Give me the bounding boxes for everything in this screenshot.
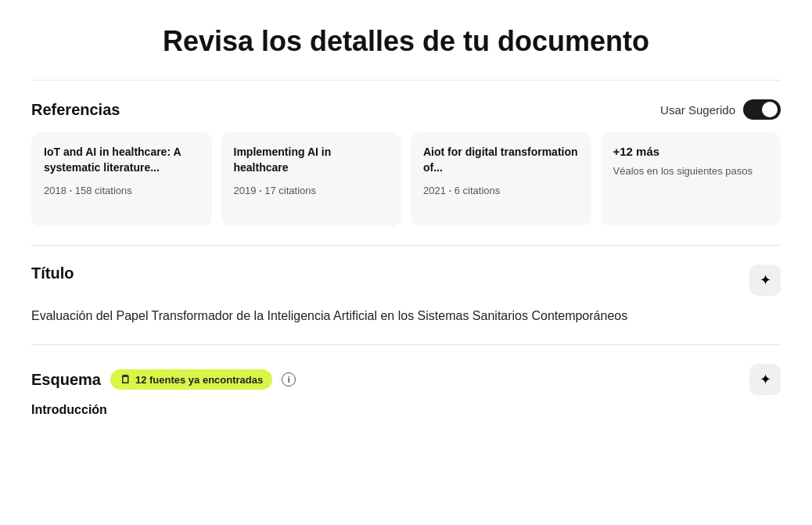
fuentes-info-icon[interactable]: i — [282, 372, 296, 387]
esquema-header: Esquema 🗒 12 fuentes ya encontradas i ✦ — [31, 364, 781, 395]
reference-title-2: Implementing AI in healthcare — [234, 145, 390, 175]
dot-1: • — [70, 187, 72, 194]
reference-year-2: 2019 — [234, 185, 257, 196]
reference-card-1[interactable]: IoT and AI in healthcare: A systematic l… — [31, 132, 212, 226]
title-section-header: Título ✦ — [31, 264, 781, 296]
references-grid: IoT and AI in healthcare: A systematic l… — [31, 132, 781, 226]
reference-year-1: 2018 — [44, 185, 66, 196]
reference-citations-2: 17 citations — [264, 185, 316, 196]
dot-2: • — [259, 187, 261, 194]
reference-citations-1: 158 citations — [75, 185, 132, 196]
fuentes-badge[interactable]: 🗒 12 fuentes ya encontradas — [110, 369, 272, 390]
usar-sugerido-toggle[interactable] — [743, 99, 781, 120]
esquema-section: Esquema 🗒 12 fuentes ya encontradas i ✦ … — [31, 344, 781, 436]
esquema-left: Esquema 🗒 12 fuentes ya encontradas i — [31, 369, 296, 390]
introduccion-title: Introducción — [31, 403, 781, 417]
reference-card-3[interactable]: Aiot for digital transformation of... 20… — [411, 132, 591, 226]
reference-title-1: IoT and AI in healthcare: A systematic l… — [44, 145, 199, 175]
reference-meta-3: 2021 • 6 citations — [423, 185, 579, 196]
more-card-title: +12 más — [613, 145, 769, 158]
dot-3: • — [449, 187, 451, 194]
esquema-sparkle-button[interactable]: ✦ — [749, 364, 781, 395]
usar-sugerido-label: Usar Sugerido — [660, 103, 735, 117]
reference-title-3: Aiot for digital transformation of... — [423, 145, 579, 175]
reference-card-2[interactable]: Implementing AI in healthcare 2019 • 17 … — [221, 132, 402, 226]
reference-card-more[interactable]: +12 más Véalos en los siguientes pasos — [601, 132, 781, 226]
references-section-title: Referencias — [31, 101, 120, 119]
title-section: Título ✦ Evaluación del Papel Transforma… — [31, 245, 781, 344]
title-sparkle-button[interactable]: ✦ — [749, 264, 781, 296]
title-section-label: Título — [31, 264, 74, 282]
document-title-text: Evaluación del Papel Transformador de la… — [31, 304, 781, 325]
badge-document-icon: 🗒 — [120, 373, 131, 386]
page-title: Revisa los detalles de tu documento — [31, 0, 781, 80]
reference-meta-1: 2018 • 158 citations — [44, 185, 199, 196]
usar-sugerido-container: Usar Sugerido — [660, 99, 781, 120]
reference-meta-2: 2019 • 17 citations — [234, 185, 390, 196]
reference-year-3: 2021 — [423, 185, 446, 196]
fuentes-badge-text: 12 fuentes ya encontradas — [135, 374, 263, 386]
references-section: Referencias Usar Sugerido IoT and AI in … — [31, 80, 781, 245]
references-header: Referencias Usar Sugerido — [31, 99, 781, 120]
esquema-section-title: Esquema — [31, 371, 101, 389]
more-card-subtitle: Véalos en los siguientes pasos — [613, 164, 769, 178]
reference-citations-3: 6 citations — [455, 185, 501, 196]
